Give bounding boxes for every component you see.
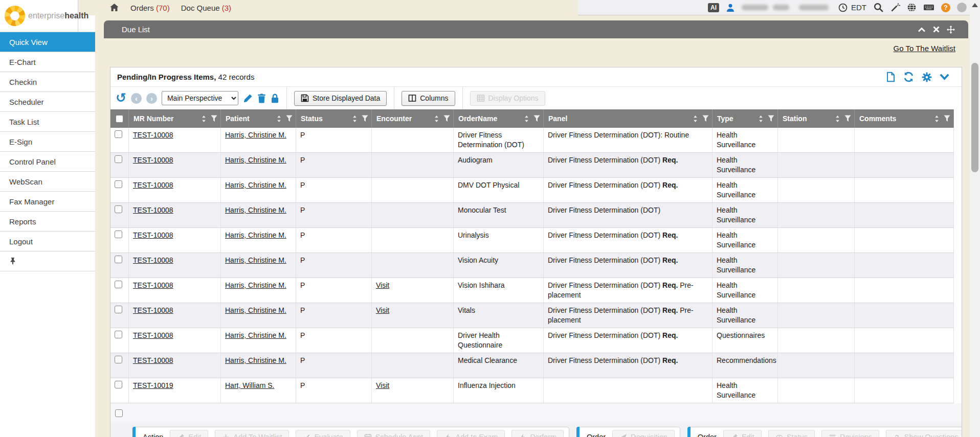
column-header-encounter[interactable]: Encounter <box>372 109 454 128</box>
evaluate-button[interactable]: Evaluate <box>296 430 350 437</box>
keyboard-icon[interactable] <box>923 3 934 12</box>
column-header-station[interactable]: Station <box>778 109 855 128</box>
requisition-button[interactable]: Requisition <box>612 430 675 437</box>
mr-number-link[interactable]: TEST-10008 <box>133 256 173 264</box>
close-icon[interactable] <box>933 26 940 33</box>
row-checkbox[interactable] <box>115 205 122 213</box>
mr-number-link[interactable]: TEST-10008 <box>133 231 173 239</box>
mr-number-link[interactable]: TEST-10008 <box>133 206 173 214</box>
waitlist-link[interactable]: Go To The Waitlist <box>894 44 955 53</box>
filter-icon[interactable] <box>768 115 774 122</box>
home-icon[interactable] <box>109 3 119 12</box>
globe-icon[interactable] <box>907 3 917 12</box>
new-document-icon[interactable] <box>886 72 896 82</box>
filter-icon[interactable] <box>844 115 851 122</box>
mr-number-link[interactable]: TEST-10008 <box>133 131 173 139</box>
collapse-icon[interactable] <box>918 27 926 33</box>
sidebar-item-fax-manager[interactable]: Fax Manager <box>0 192 95 212</box>
patient-link[interactable]: Harris, Christine M. <box>225 331 286 339</box>
footer-checkbox[interactable] <box>115 409 123 417</box>
column-header-patient[interactable]: Patient <box>221 109 296 128</box>
column-header-mr-number[interactable]: MR Number <box>129 109 221 128</box>
edit-perspective-icon[interactable] <box>243 94 253 103</box>
avatar[interactable] <box>957 3 967 12</box>
patient-link[interactable]: Harris, Christine M. <box>225 281 286 289</box>
row-checkbox[interactable] <box>115 256 122 263</box>
select-all-checkbox[interactable] <box>116 115 123 123</box>
encounter-link[interactable]: Visit <box>376 381 389 389</box>
edit-button[interactable]: Edit <box>723 430 762 437</box>
row-checkbox[interactable] <box>115 331 122 338</box>
sidebar-item-quick-view[interactable]: Quick View <box>0 32 95 52</box>
sidebar-item-reports[interactable]: Reports <box>0 212 95 232</box>
help-icon[interactable]: ? <box>941 3 950 12</box>
patient-link[interactable]: Harris, Christine M. <box>225 306 286 314</box>
schedule-appt-button[interactable]: Schedule Appt <box>357 430 431 437</box>
mr-number-link[interactable]: TEST-10008 <box>133 306 173 314</box>
delete-perspective-icon[interactable] <box>257 94 266 103</box>
revisions-button[interactable]: Revisions <box>821 430 879 437</box>
sidebar-item-control-panel[interactable]: Control Panel <box>0 152 95 172</box>
row-checkbox[interactable] <box>115 306 122 313</box>
sidebar-item-e-chart[interactable]: E-Chart <box>0 52 95 72</box>
next-perspective-button[interactable]: › <box>146 93 157 104</box>
column-header-panel[interactable]: Panel <box>544 109 712 128</box>
sidebar-item-e-sign[interactable]: E-Sign <box>0 132 95 152</box>
display-options-button[interactable]: Display Options <box>470 91 545 106</box>
sidebar-item-scheduler[interactable]: Scheduler <box>0 92 95 112</box>
show-questions-button[interactable]: ?Show Questions <box>886 430 962 437</box>
row-checkbox[interactable] <box>115 281 122 288</box>
patient-link[interactable]: Harris, Christine M. <box>225 231 286 239</box>
store-displayed-data-button[interactable]: Store Displayed Data <box>294 91 387 106</box>
sort-icon[interactable] <box>201 115 207 123</box>
lock-perspective-icon[interactable] <box>271 94 279 103</box>
mr-number-link[interactable]: TEST-10019 <box>133 381 173 389</box>
nav-doc-queue[interactable]: Doc Queue (3) <box>181 4 231 12</box>
sidebar-item-logout[interactable]: Logout <box>0 232 95 251</box>
filter-icon[interactable] <box>286 115 293 122</box>
app-logo[interactable]: enterprisehealth <box>0 0 78 32</box>
patient-link[interactable]: Hart, William S. <box>225 381 274 389</box>
ai-badge[interactable]: AI <box>708 3 719 12</box>
patient-link[interactable]: Harris, Christine M. <box>225 181 286 189</box>
sort-icon[interactable] <box>934 115 940 123</box>
scroll-up-button[interactable] <box>972 3 978 7</box>
add-to-waitlist-button[interactable]: Add To Waitlist <box>215 430 289 437</box>
perform-button[interactable]: Perform <box>511 430 564 437</box>
wand-icon[interactable] <box>890 3 900 12</box>
patient-link[interactable]: Harris, Christine M. <box>225 131 286 139</box>
row-checkbox[interactable] <box>115 155 122 163</box>
status-button[interactable]: Status <box>768 430 815 437</box>
filter-icon[interactable] <box>443 115 450 122</box>
sort-icon[interactable] <box>835 115 840 123</box>
add-to-exam-button[interactable]: Add to Exam <box>437 430 505 437</box>
patient-link[interactable]: Harris, Christine M. <box>225 356 286 364</box>
sort-icon[interactable] <box>758 115 764 123</box>
sort-icon[interactable] <box>352 115 358 123</box>
column-header-comments[interactable]: Comments <box>855 109 954 128</box>
mr-number-link[interactable]: TEST-10008 <box>133 331 173 339</box>
column-header-ordername[interactable]: OrderName <box>454 109 544 128</box>
gear-icon[interactable] <box>922 72 932 82</box>
column-header-type[interactable]: Type <box>712 109 778 128</box>
patient-link[interactable]: Harris, Christine M. <box>225 256 286 264</box>
filter-icon[interactable] <box>533 115 540 122</box>
move-icon[interactable] <box>947 26 955 34</box>
undo-icon[interactable]: ↺ <box>116 92 126 103</box>
sidebar-item-task-list[interactable]: Task List <box>0 112 95 132</box>
sort-icon[interactable] <box>276 115 282 123</box>
clock-icon[interactable] <box>838 3 848 12</box>
mr-number-link[interactable]: TEST-10008 <box>133 356 173 364</box>
encounter-link[interactable]: Visit <box>376 306 389 314</box>
sidebar-item-webscan[interactable]: WebScan <box>0 172 95 192</box>
search-icon[interactable] <box>873 2 884 13</box>
row-checkbox[interactable] <box>115 130 122 138</box>
mr-number-link[interactable]: TEST-10008 <box>133 181 173 189</box>
perspective-select[interactable]: Main Perspective <box>162 91 238 105</box>
sidebar-item-checkin[interactable]: Checkin <box>0 72 95 92</box>
row-checkbox[interactable] <box>115 231 122 238</box>
prev-perspective-button[interactable]: ‹ <box>131 93 142 104</box>
patient-link[interactable]: Harris, Christine M. <box>225 206 286 214</box>
refresh-icon[interactable] <box>903 72 914 82</box>
sort-icon[interactable] <box>524 115 529 123</box>
